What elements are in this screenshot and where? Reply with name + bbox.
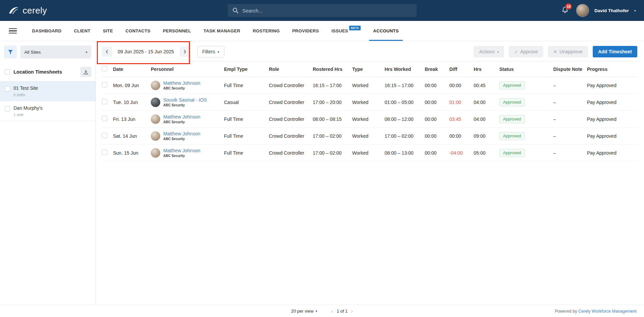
personnel-link[interactable]: Matthew Johnson xyxy=(163,148,200,153)
personnel-avatar xyxy=(151,81,160,90)
sidebar: All Sites ▾ Location Timesheets 01 Test … xyxy=(0,41,96,305)
table-row[interactable]: Sat. 14 Jun Matthew Johnson ABC Security… xyxy=(102,128,637,144)
cell-date: Mon. 09 Jun xyxy=(113,77,151,94)
user-avatar[interactable] xyxy=(576,4,589,17)
top-header: cerely 18 David Thalhofer ▾ xyxy=(0,0,644,21)
sidebar-list-title: Location Timesheets xyxy=(13,69,77,75)
search-bar[interactable] xyxy=(228,4,417,17)
notification-bell[interactable]: 18 xyxy=(561,6,569,15)
status-badge: Approved xyxy=(499,149,525,157)
footer: 20 per view ▾ ‹ 1 of 1 › Powered by Cere… xyxy=(0,305,644,317)
cell-date: Sun. 15 Jun xyxy=(113,144,151,161)
timesheet-toolbar: 09 Jun 2025 - 15 Jun 2025 Filters ▾ Acti… xyxy=(102,46,637,58)
col-diff: Diff xyxy=(449,61,474,77)
col-date: Date xyxy=(113,61,151,77)
row-checkbox[interactable] xyxy=(102,99,107,104)
row-checkbox[interactable] xyxy=(102,82,107,87)
cell-empl-type: Full Time xyxy=(224,144,269,161)
site-checkbox[interactable] xyxy=(5,106,10,111)
site-info: Dan Murphy's 1 shift xyxy=(13,105,43,117)
body-row: All Sites ▾ Location Timesheets 01 Test … xyxy=(0,41,644,305)
unapprove-button[interactable]: ✕ Unapprove xyxy=(548,46,588,57)
tab-label: CLIENT xyxy=(74,28,90,33)
user-name[interactable]: David Thalhofer xyxy=(594,8,629,13)
chevron-down-icon: ▾ xyxy=(86,50,87,54)
approve-button[interactable]: ✓ Approve xyxy=(509,46,543,57)
personnel-link[interactable]: Souvik Sasmal - IOS xyxy=(163,97,207,103)
row-checkbox[interactable] xyxy=(102,150,107,155)
cell-empl-type: Casual xyxy=(224,94,269,111)
site-filter-select[interactable]: All Sites ▾ xyxy=(20,46,91,58)
user-menu-caret-icon[interactable]: ▾ xyxy=(634,9,636,12)
cell-type: Worked xyxy=(352,77,385,94)
cell-role: Crowd Controller xyxy=(269,144,313,161)
tab-personnel[interactable]: PERSONNEL xyxy=(163,21,191,41)
row-checkbox[interactable] xyxy=(102,116,107,121)
site-item-dan-murphys[interactable]: Dan Murphy's 1 shift xyxy=(0,101,95,121)
site-shift-count: 5 shifts xyxy=(13,93,38,97)
cell-dispute-note: – xyxy=(553,144,587,161)
cell-hrs-worked: 08:00 – 12:00 xyxy=(385,111,425,128)
nav-items: DASHBOARD CLIENT SITE CONTACTS PERSONNEL… xyxy=(32,21,399,41)
table-row[interactable]: Sun. 15 Jun Matthew Johnson ABC Security… xyxy=(102,144,637,161)
search-input[interactable] xyxy=(243,8,412,14)
table-row[interactable]: Tue. 10 Jun Souvik Sasmal - IOS ABC Secu… xyxy=(102,94,637,111)
cell-status: Approved xyxy=(499,77,553,94)
powered-by-prefix: Powered by xyxy=(555,309,577,314)
personnel-avatar xyxy=(151,131,160,141)
col-type: Type xyxy=(352,61,385,77)
select-all-checkbox[interactable] xyxy=(102,66,107,71)
filter-button[interactable] xyxy=(4,46,17,58)
tab-contacts[interactable]: CONTACTS xyxy=(125,21,150,41)
tab-site[interactable]: SITE xyxy=(103,21,113,41)
personnel-link[interactable]: Matthew Johnson xyxy=(163,80,200,86)
table-row[interactable]: Mon. 09 Jun Matthew Johnson ABC Security… xyxy=(102,77,637,94)
chevron-down-icon: ▾ xyxy=(218,50,219,54)
cell-break: 00:00 xyxy=(425,128,449,144)
site-checkbox[interactable] xyxy=(5,86,10,91)
tab-issues[interactable]: ISSUES BETA xyxy=(331,21,361,41)
hamburger-menu-icon[interactable] xyxy=(9,21,17,41)
cell-break: 00:00 xyxy=(425,77,449,94)
tab-label: PROVIDERS xyxy=(292,28,319,33)
filters-button[interactable]: Filters ▾ xyxy=(197,46,224,57)
personnel-link[interactable]: Matthew Johnson xyxy=(163,131,200,136)
cell-rostered-hrs: 08:00 – 08:15 xyxy=(313,111,352,128)
cell-hrs-worked: 16:15 – 17:00 xyxy=(385,77,425,94)
tab-dashboard[interactable]: DASHBOARD xyxy=(32,21,61,41)
page-prev-button[interactable]: ‹ xyxy=(331,308,333,314)
powered-by-link[interactable]: Cerely Workforce Management xyxy=(578,309,637,314)
tab-rostering[interactable]: ROSTERING xyxy=(253,21,280,41)
prev-week-button[interactable] xyxy=(102,47,112,57)
col-break: Break xyxy=(425,61,449,77)
download-button[interactable] xyxy=(80,67,91,77)
cell-role: Crowd Controller xyxy=(269,128,313,144)
per-page-label: 20 per view xyxy=(291,309,313,314)
next-week-button[interactable] xyxy=(180,47,190,57)
page-next-button[interactable]: › xyxy=(351,308,353,314)
table-row[interactable]: Fri. 13 Jun Matthew Johnson ABC Security… xyxy=(102,111,637,128)
notification-badge: 18 xyxy=(565,3,572,9)
personnel-link[interactable]: Matthew Johnson xyxy=(163,114,200,120)
approve-label: Approve xyxy=(520,49,538,54)
tab-providers[interactable]: PROVIDERS xyxy=(292,21,319,41)
site-item-01-test-site[interactable]: 01 Test Site 5 shifts xyxy=(0,81,95,101)
logo[interactable]: cerely xyxy=(8,5,47,16)
per-page-select[interactable]: 20 per view ▾ xyxy=(291,309,317,314)
cell-diff: -04:00 xyxy=(449,144,474,161)
actions-button[interactable]: Actions ▾ xyxy=(474,46,504,57)
tab-client[interactable]: CLIENT xyxy=(74,21,90,41)
cell-dispute-note: – xyxy=(553,94,587,111)
tab-task-manager[interactable]: TASK MANAGER xyxy=(203,21,240,41)
cell-personnel: Matthew Johnson ABC Security xyxy=(151,77,224,94)
row-checkbox[interactable] xyxy=(102,133,107,138)
tab-label: ROSTERING xyxy=(253,28,280,33)
status-badge: Approved xyxy=(499,132,525,140)
tab-accounts[interactable]: ACCOUNTS xyxy=(373,21,399,41)
add-timesheet-button[interactable]: Add Timesheet xyxy=(593,46,637,57)
select-all-sites-checkbox[interactable] xyxy=(5,69,10,75)
unapprove-label: Unapprove xyxy=(559,49,583,54)
cell-role: Crowd Controller xyxy=(269,77,313,94)
tab-label: TASK MANAGER xyxy=(203,28,240,33)
cell-rostered-hrs: 17:00 – 20:00 xyxy=(313,94,352,111)
